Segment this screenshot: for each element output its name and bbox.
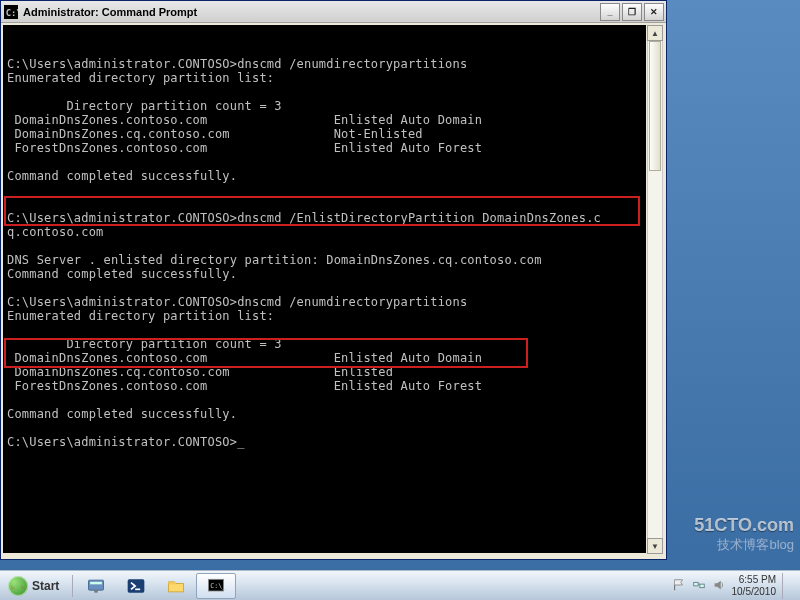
- taskbar-divider: [72, 575, 73, 597]
- command-prompt-window: C:\ Administrator: Command Prompt _ ❐ ✕ …: [0, 0, 667, 560]
- output-line: q.contoso.com: [7, 225, 104, 239]
- output-line: DomainDnsZones.contoso.com Enlisted Auto…: [7, 351, 482, 365]
- watermark-sub: 技术博客blog: [717, 536, 794, 554]
- minimize-button[interactable]: _: [600, 3, 620, 21]
- svg-rect-2: [89, 580, 104, 590]
- show-desktop-button[interactable]: [782, 573, 792, 599]
- prompt-line: C:\Users\administrator.CONTOSO>_: [7, 435, 245, 449]
- scroll-track[interactable]: [647, 41, 663, 538]
- output-line: Directory partition count = 3: [7, 99, 282, 113]
- prompt-line: C:\Users\administrator.CONTOSO>dnscmd /e…: [7, 57, 467, 71]
- desktop: C:\ Administrator: Command Prompt _ ❐ ✕ …: [0, 0, 800, 570]
- svg-text:C:\_: C:\_: [211, 581, 227, 589]
- close-button[interactable]: ✕: [644, 3, 664, 21]
- tray-flag-icon[interactable]: [672, 578, 686, 594]
- output-line: ForestDnsZones.contoso.com Enlisted Auto…: [7, 141, 482, 155]
- watermark: 51CTO.com: [694, 515, 794, 536]
- output-line: ForestDnsZones.contoso.com Enlisted Auto…: [7, 379, 482, 393]
- tray-date: 10/5/2010: [732, 586, 777, 598]
- output-line: DNS Server . enlisted directory partitio…: [7, 253, 542, 267]
- svg-rect-4: [95, 590, 98, 593]
- svg-rect-3: [91, 581, 103, 584]
- tray-clock[interactable]: 6:55 PM 10/5/2010: [732, 574, 777, 598]
- output-line: DomainDnsZones.cq.contoso.com Not-Enlist…: [7, 127, 423, 141]
- svg-rect-6: [169, 581, 177, 584]
- window-title: Administrator: Command Prompt: [23, 6, 600, 18]
- console-scrollbar[interactable]: ▲ ▼: [647, 25, 663, 554]
- maximize-button[interactable]: ❐: [622, 3, 642, 21]
- taskbar[interactable]: Start C:\_ 6:55 PM 10/5/2010: [0, 570, 800, 600]
- svg-text:C:\: C:\: [6, 7, 18, 17]
- titlebar[interactable]: C:\ Administrator: Command Prompt _ ❐ ✕: [1, 1, 666, 23]
- prompt-line: C:\Users\administrator.CONTOSO>dnscmd /e…: [7, 295, 467, 309]
- svg-rect-9: [693, 582, 697, 586]
- system-tray[interactable]: 6:55 PM 10/5/2010: [672, 573, 797, 599]
- tray-time: 6:55 PM: [732, 574, 777, 586]
- output-line: Directory partition count = 3: [7, 337, 282, 351]
- output-line: Command completed successfully.: [7, 169, 237, 183]
- task-cmd-icon[interactable]: C:\_: [196, 573, 236, 599]
- prompt-line: C:\Users\administrator.CONTOSO>dnscmd /E…: [7, 211, 601, 225]
- windows-orb-icon: [8, 576, 28, 596]
- console-output[interactable]: C:\Users\administrator.CONTOSO>dnscmd /e…: [3, 25, 646, 553]
- start-label: Start: [32, 579, 59, 593]
- output-line: Command completed successfully.: [7, 407, 237, 421]
- scroll-thumb[interactable]: [649, 41, 661, 171]
- svg-rect-10: [699, 584, 703, 588]
- start-button[interactable]: Start: [4, 574, 69, 598]
- output-line: DomainDnsZones.cq.contoso.com Enlisted: [7, 365, 393, 379]
- tray-network-icon[interactable]: [692, 578, 706, 594]
- output-line: DomainDnsZones.contoso.com Enlisted Auto…: [7, 113, 482, 127]
- output-line: Enumerated directory partition list:: [7, 71, 274, 85]
- scroll-down-button[interactable]: ▼: [647, 538, 663, 554]
- task-explorer-icon[interactable]: [156, 573, 196, 599]
- tray-sound-icon[interactable]: [712, 578, 726, 594]
- task-server-manager-icon[interactable]: [76, 573, 116, 599]
- task-powershell-icon[interactable]: [116, 573, 156, 599]
- output-line: Enumerated directory partition list:: [7, 309, 274, 323]
- output-line: Command completed successfully.: [7, 267, 237, 281]
- window-controls: _ ❐ ✕: [600, 3, 664, 21]
- scroll-up-button[interactable]: ▲: [647, 25, 663, 41]
- cmd-icon: C:\: [3, 4, 19, 20]
